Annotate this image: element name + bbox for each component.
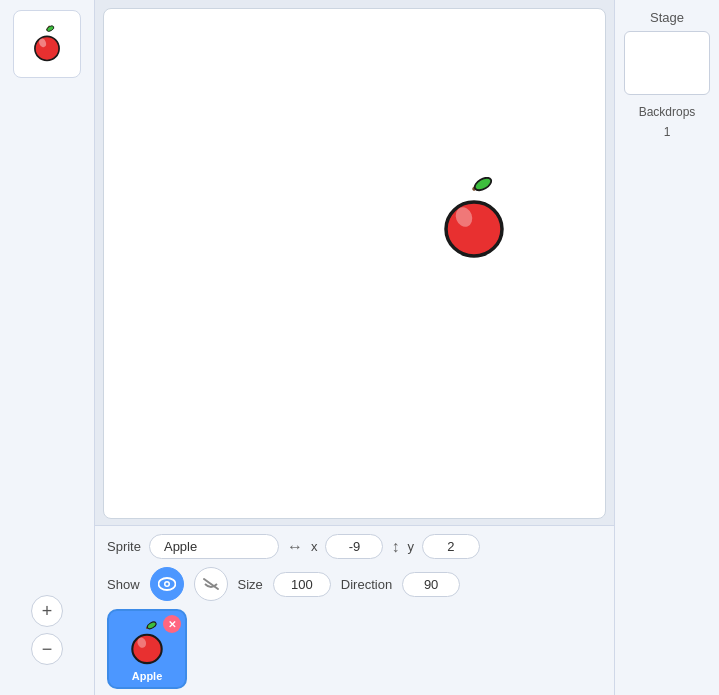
- main-area: ▷ Sprite ↔ x ↕ y Show: [95, 0, 614, 695]
- direction-label: Direction: [341, 577, 392, 592]
- svg-point-14: [132, 635, 161, 663]
- show-label: Show: [107, 577, 140, 592]
- svg-point-3: [46, 25, 55, 33]
- direction-input[interactable]: [402, 572, 460, 597]
- sprites-list: ✕ Apple: [107, 609, 602, 689]
- backdrops-label: Backdrops: [639, 105, 696, 119]
- eye-closed-icon: [202, 577, 220, 591]
- svg-point-1: [35, 36, 59, 60]
- sprite-card-label: Apple: [132, 670, 163, 682]
- eye-open-icon: [158, 577, 176, 591]
- sidebar-sprite-thumbnail: [13, 10, 81, 78]
- backdrops-count: 1: [664, 125, 671, 139]
- sprite-card-apple-icon: [126, 621, 168, 667]
- left-sidebar: + −: [0, 0, 95, 695]
- show-size-direction-row: Show Size Direction: [107, 567, 602, 601]
- sidebar-apple-icon: [25, 22, 69, 66]
- size-input[interactable]: [273, 572, 331, 597]
- zoom-out-button[interactable]: −: [31, 633, 63, 665]
- x-arrow-icon: ↔: [287, 538, 303, 556]
- y-input[interactable]: [422, 534, 480, 559]
- show-visible-button[interactable]: [150, 567, 184, 601]
- sprite-delete-button[interactable]: ✕: [163, 615, 181, 633]
- svg-point-13: [146, 621, 157, 630]
- show-hidden-button[interactable]: [194, 567, 228, 601]
- y-arrow-icon: ↕: [391, 538, 399, 556]
- y-label: y: [407, 539, 414, 554]
- sprite-properties-row: Sprite ↔ x ↕ y: [107, 534, 602, 559]
- sprite-name-input[interactable]: [149, 534, 279, 559]
- svg-point-6: [446, 202, 502, 256]
- x-label: x: [311, 539, 318, 554]
- stage-canvas[interactable]: ▷: [103, 8, 606, 519]
- size-label: Size: [238, 577, 263, 592]
- x-input[interactable]: [325, 534, 383, 559]
- sprite-label: Sprite: [107, 539, 141, 554]
- sprite-card-apple[interactable]: ✕ Apple: [107, 609, 187, 689]
- zoom-in-button[interactable]: +: [31, 595, 63, 627]
- stage-sprite-apple[interactable]: [434, 177, 514, 262]
- right-panel: Stage Backdrops 1: [614, 0, 719, 695]
- svg-point-10: [165, 583, 168, 586]
- stage-thumbnail[interactable]: [624, 31, 710, 95]
- stage-apple-svg: [434, 177, 514, 262]
- stage-label: Stage: [650, 10, 684, 25]
- zoom-controls: + −: [31, 595, 63, 665]
- bottom-panel: Sprite ↔ x ↕ y Show: [95, 525, 614, 695]
- svg-point-5: [473, 177, 494, 193]
